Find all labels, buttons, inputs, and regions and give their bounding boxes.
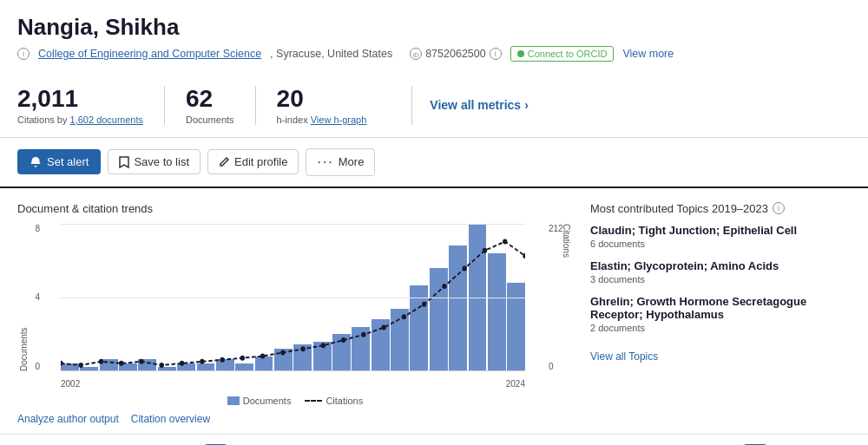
svg-point-15 [321, 343, 326, 348]
topics-info-icon[interactable]: i [773, 202, 785, 214]
svg-point-8 [180, 361, 184, 366]
legend-citations-label: Citations [326, 396, 363, 406]
topics-list: Claudin; Tight Junction; Epithelial Cell… [590, 224, 851, 333]
line-chart [61, 224, 525, 371]
eid: 8752062500 [425, 48, 486, 60]
svg-point-5 [119, 361, 123, 366]
tab-8-awarded-grants[interactable]: 8 Awarded GrantsBeta [638, 435, 780, 445]
svg-point-17 [361, 332, 365, 337]
chevron-right-icon: › [524, 98, 529, 112]
y-axis-right-label: Citations [562, 224, 571, 371]
svg-point-16 [341, 337, 345, 343]
citations-value: 2,011 [17, 86, 143, 113]
more-label: More [339, 155, 365, 168]
tab-15-topics[interactable]: 15 Topics [569, 435, 639, 445]
connect-orcid-button[interactable]: Connect to ORCID [510, 46, 615, 62]
svg-point-21 [442, 284, 446, 289]
citations-docs-link[interactable]: 1,602 documents [70, 115, 143, 125]
svg-point-9 [200, 359, 204, 364]
svg-point-20 [422, 302, 426, 307]
citation-overview-link[interactable]: Citation overview [131, 413, 210, 425]
documents-label: Documents [186, 115, 234, 125]
orcid-dot [517, 50, 524, 57]
svg-point-3 [79, 363, 83, 368]
save-to-list-label: Save to list [134, 155, 189, 168]
tab-62-documents[interactable]: 62 Documents [17, 435, 115, 445]
h-index-metric: 20 h-index View h-graph [277, 86, 388, 125]
topic-name: Claudin; Tight Junction; Epithelial Cell [590, 224, 851, 237]
svg-point-7 [160, 363, 164, 368]
tab-author-metrics[interactable]: Author MetricsNew [115, 435, 240, 445]
more-dots-icon: ··· [317, 154, 333, 170]
tab-150-co-authors[interactable]: 150 Co-Authors [468, 435, 569, 445]
edit-profile-button[interactable]: Edit profile [207, 149, 299, 174]
tabs-row: 62 DocumentsAuthor MetricsNewCited by 1,… [0, 434, 868, 445]
svg-point-23 [483, 248, 487, 253]
bookmark-icon [119, 156, 129, 168]
topic-docs: 3 documents [590, 274, 851, 285]
svg-point-4 [99, 359, 103, 364]
bell-icon [30, 156, 42, 168]
chart-section: Document & citation trends 8 4 0 Documen… [17, 202, 573, 425]
info-icon[interactable]: i [17, 48, 30, 60]
topic-docs: 2 documents [590, 323, 851, 333]
svg-point-19 [402, 314, 406, 319]
y-axis-left-label: Documents [19, 224, 29, 371]
svg-point-12 [260, 353, 265, 358]
pencil-icon [219, 156, 230, 167]
svg-point-24 [503, 239, 507, 244]
legend-docs-label: Documents [243, 396, 292, 406]
view-all-metrics-link[interactable]: View all metrics › [411, 86, 528, 125]
topic-entry: Elastin; Glycoprotein; Amino Acids3 docu… [590, 259, 851, 285]
legend-bar-icon [227, 396, 240, 405]
svg-point-22 [463, 265, 467, 271]
set-alert-label: Set alert [47, 155, 89, 168]
h-index-value: 20 [277, 86, 367, 113]
svg-point-14 [300, 346, 305, 351]
orcid-label: Connect to ORCID [528, 49, 608, 59]
topic-name: Elastin; Glycoprotein; Amino Acids [590, 259, 851, 272]
topic-name: Ghrelin; Growth Hormone Secretagogue Rec… [590, 295, 851, 321]
affiliation-link[interactable]: College of Engineering and Computer Scie… [38, 48, 261, 60]
documents-metric: 62 Documents [186, 86, 256, 125]
citations-label: Citations by 1,602 documents [17, 115, 143, 125]
view-h-graph-link[interactable]: View h-graph [311, 115, 367, 125]
set-alert-button[interactable]: Set alert [17, 149, 101, 174]
legend-documents: Documents [227, 396, 292, 406]
analyze-author-link[interactable]: Analyze author output [17, 413, 119, 425]
svg-point-6 [139, 359, 143, 364]
svg-point-18 [381, 324, 385, 330]
more-button[interactable]: ··· More [306, 148, 375, 176]
view-more-link[interactable]: View more [622, 48, 674, 60]
location: , Syracuse, United States [270, 48, 392, 60]
id-icon: ID [410, 48, 422, 60]
documents-value: 62 [186, 86, 234, 113]
chart-legend: Documents Citations [17, 396, 573, 406]
h-index-label: h-index View h-graph [277, 115, 367, 125]
tab-cited-by-1602-documents[interactable]: Cited by 1,602 documents [241, 435, 391, 445]
view-all-topics-link[interactable]: View all Topics [590, 350, 658, 363]
topic-entry: Claudin; Tight Junction; Epithelial Cell… [590, 224, 851, 249]
x-axis: 2002 2024 [61, 379, 525, 389]
legend-citations: Citations [305, 396, 363, 406]
topics-title: Most contributed Topics 2019–2023 i [590, 202, 851, 215]
svg-point-13 [280, 350, 285, 355]
svg-point-2 [61, 361, 63, 366]
save-to-list-button[interactable]: Save to list [108, 149, 201, 174]
svg-text:ID: ID [413, 52, 419, 58]
topic-docs: 6 documents [590, 239, 851, 249]
tab-4-preprints[interactable]: 4 Preprints [391, 435, 468, 445]
topics-section: Most contributed Topics 2019–2023 i Clau… [590, 202, 851, 425]
svg-point-11 [240, 355, 245, 360]
eid-info-icon[interactable]: i [490, 48, 502, 60]
chart-links: Analyze author output Citation overview [17, 413, 573, 425]
topic-entry: Ghrelin; Growth Hormone Secretagogue Rec… [590, 295, 851, 333]
citations-metric: 2,011 Citations by 1,602 documents [17, 86, 165, 125]
legend-line-icon [305, 400, 322, 402]
edit-profile-label: Edit profile [234, 155, 287, 168]
chart-title: Document & citation trends [17, 202, 573, 215]
author-name: Nangia, Shikha [17, 14, 851, 41]
svg-point-10 [220, 357, 224, 363]
